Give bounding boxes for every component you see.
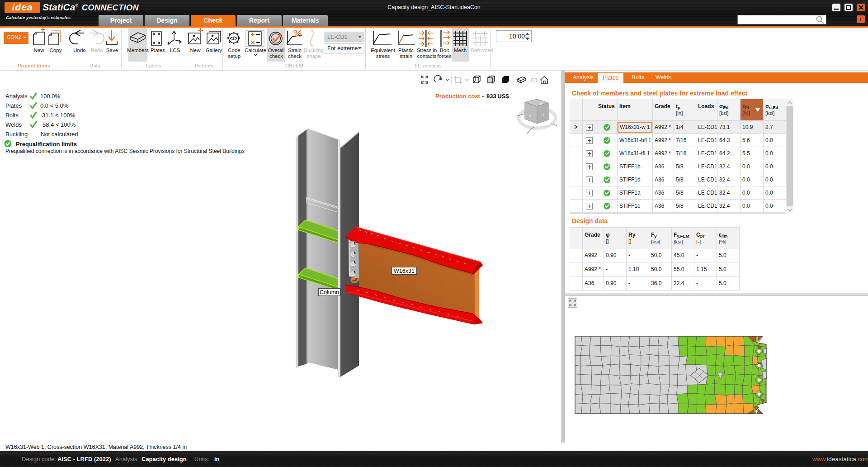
svg-text:</>: </>	[230, 35, 237, 42]
svg-text:z: z	[540, 102, 542, 106]
svg-text:i: i	[543, 113, 544, 117]
svg-text:Y: Y	[529, 114, 532, 118]
